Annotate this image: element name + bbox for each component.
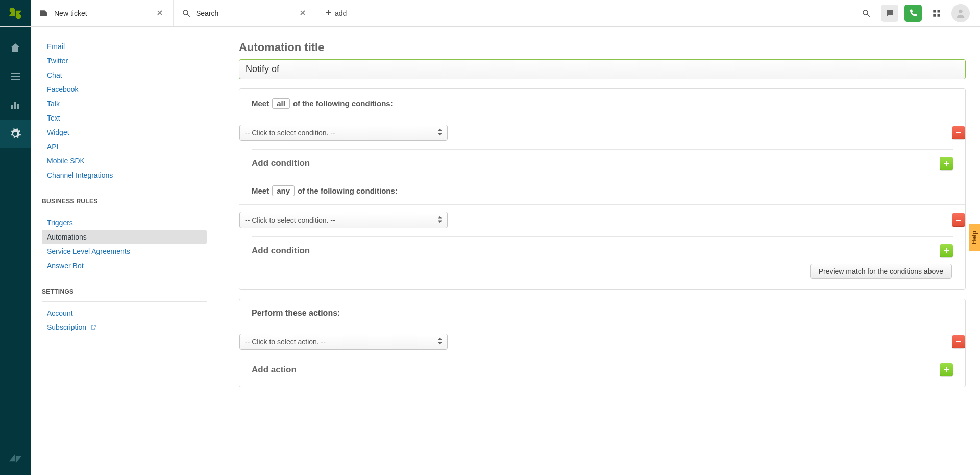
tab-new-ticket[interactable]: New ticket — [31, 0, 174, 26]
rail-home[interactable] — [0, 34, 31, 62]
svg-rect-7 — [938, 10, 940, 12]
sidebar-item-talk[interactable]: Talk — [42, 97, 207, 111]
sidebar-item-triggers[interactable]: Triggers — [42, 216, 207, 230]
sidebar-item-facebook[interactable]: Facebook — [42, 82, 207, 97]
svg-point-2 — [183, 10, 188, 15]
close-icon[interactable] — [155, 7, 165, 19]
add-condition-label: Add condition — [252, 246, 310, 256]
qualifier-any: any — [272, 185, 295, 196]
sidebar-item-email[interactable]: Email — [42, 39, 207, 54]
svg-rect-15 — [14, 102, 16, 109]
add-action-button[interactable] — [940, 363, 953, 376]
sidebar-item-twitter[interactable]: Twitter — [42, 54, 207, 68]
header-tabs: New ticket Search add — [31, 0, 857, 26]
rail-reports[interactable] — [0, 91, 31, 120]
plus-icon — [943, 366, 950, 373]
svg-rect-14 — [11, 105, 13, 109]
conditions-all-heading: Meet all of the following conditions: — [252, 98, 953, 109]
automation-title-label: Automation title — [239, 41, 966, 54]
add-condition-all-row: Add condition — [252, 149, 953, 170]
condition-row: -- Click to select condition. -- — [239, 212, 965, 228]
actions-heading: Perform these actions: — [252, 308, 953, 318]
svg-rect-17 — [956, 132, 961, 133]
remove-action-button[interactable] — [952, 335, 965, 348]
zendesk-logo-icon — [8, 6, 22, 20]
add-tab-label: add — [335, 9, 347, 17]
condition-select[interactable]: -- Click to select condition. -- — [239, 125, 448, 141]
action-row: -- Click to select action. -- — [239, 334, 965, 350]
svg-rect-12 — [11, 76, 20, 77]
nav-rail — [0, 27, 31, 475]
phone-icon — [909, 9, 918, 18]
header-search-button[interactable] — [857, 5, 875, 22]
sidebar-item-mobile-sdk[interactable]: Mobile SDK — [42, 154, 207, 168]
rail-admin[interactable] — [0, 120, 31, 148]
add-action-label: Add action — [252, 365, 297, 375]
chart-icon — [9, 99, 21, 111]
sidebar-item-api[interactable]: API — [42, 139, 207, 154]
header-actions — [857, 0, 980, 26]
divider — [42, 301, 207, 302]
user-avatar[interactable] — [951, 4, 970, 22]
condition-select[interactable]: -- Click to select condition. -- — [239, 212, 448, 228]
svg-point-4 — [863, 10, 868, 15]
svg-rect-9 — [938, 14, 940, 16]
sidebar-item-subscription[interactable]: Subscription — [42, 320, 207, 335]
svg-rect-18 — [956, 220, 961, 221]
apps-grid-icon — [932, 9, 941, 18]
sidebar-item-sla[interactable]: Service Level Agreements — [42, 244, 207, 258]
tab-label: Search — [196, 9, 292, 17]
divider: -- Click to select action. -- — [239, 326, 965, 350]
svg-point-10 — [959, 9, 962, 13]
add-condition-button[interactable] — [940, 244, 953, 257]
qualifier-all: all — [272, 98, 290, 109]
person-icon — [955, 8, 966, 19]
conditions-panel: Meet all of the following conditions: --… — [239, 88, 966, 290]
svg-point-0 — [10, 7, 15, 13]
add-tab-button[interactable]: add — [316, 0, 356, 26]
admin-sidebar[interactable]: Email Twitter Chat Facebook Talk Text Wi… — [31, 27, 218, 475]
sidebar-item-account[interactable]: Account — [42, 306, 207, 320]
list-icon — [9, 70, 21, 83]
tab-search[interactable]: Search — [174, 0, 316, 26]
sidebar-item-channel-integrations[interactable]: Channel Integrations — [42, 168, 207, 182]
sidebar-section-settings: SETTINGS — [42, 288, 207, 295]
rail-brand-footer — [0, 452, 31, 469]
action-select[interactable]: -- Click to select action. -- — [239, 334, 448, 350]
sidebar-section-business-rules: BUSINESS RULES — [42, 198, 207, 205]
remove-condition-button[interactable] — [952, 126, 965, 139]
ticket-icon — [39, 8, 49, 18]
search-icon — [862, 9, 871, 18]
svg-line-3 — [187, 14, 190, 17]
divider — [42, 35, 207, 35]
help-tab[interactable]: Help — [969, 224, 980, 251]
plus-icon — [943, 247, 950, 254]
brand-logo-cell — [0, 0, 31, 26]
meet-post: of the following conditions: — [293, 99, 393, 108]
header-phone-button[interactable] — [904, 5, 922, 22]
sidebar-item-widget[interactable]: Widget — [42, 125, 207, 139]
actions-panel: Perform these actions: -- Click to selec… — [239, 299, 966, 387]
divider: -- Click to select condition. -- — [239, 117, 965, 141]
rail-views[interactable] — [0, 62, 31, 91]
main-content[interactable]: Automation title Meet all of the followi… — [218, 27, 980, 475]
automation-title-input[interactable] — [239, 59, 966, 79]
sidebar-item-chat[interactable]: Chat — [42, 68, 207, 82]
close-icon[interactable] — [298, 7, 308, 19]
condition-select-wrapper: -- Click to select condition. -- — [239, 212, 448, 228]
svg-rect-19 — [956, 341, 961, 342]
preview-row: Preview match for the conditions above — [253, 264, 952, 279]
sidebar-item-answer-bot[interactable]: Answer Bot — [42, 258, 207, 273]
sidebar-item-text[interactable]: Text — [42, 111, 207, 125]
help-tab-label: Help — [971, 231, 978, 244]
add-condition-any-row: Add condition — [252, 236, 953, 257]
minus-icon — [955, 129, 962, 136]
remove-condition-button[interactable] — [952, 213, 965, 227]
external-link-icon — [90, 324, 96, 332]
sidebar-item-automations[interactable]: Automations — [42, 230, 207, 244]
preview-conditions-button[interactable]: Preview match for the conditions above — [810, 264, 952, 279]
header-apps-button[interactable] — [928, 5, 945, 22]
plus-icon — [326, 9, 332, 17]
header-chat-button[interactable] — [881, 5, 898, 22]
add-condition-button[interactable] — [940, 157, 953, 170]
